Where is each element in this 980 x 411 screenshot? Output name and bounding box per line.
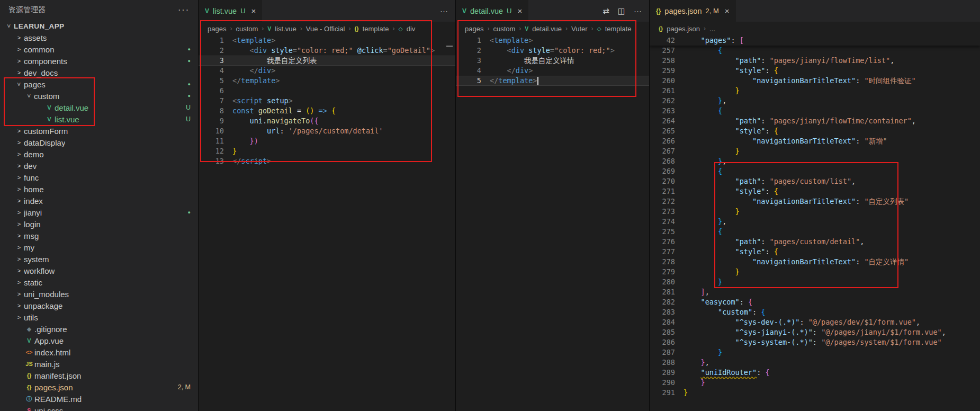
sidebar-root-learun-app[interactable]: >LEARUN_APP: [0, 20, 198, 32]
code-line[interactable]: 13</script>: [199, 156, 455, 166]
breadcrumb-item[interactable]: detail.vue: [532, 25, 562, 33]
code-line[interactable]: 258 "path": "pages/jianyi/flowTime/list"…: [650, 56, 980, 66]
code-line[interactable]: 7<script setup>: [199, 96, 455, 106]
code-editor[interactable]: 42 "pages": [257 {258 "path": "pages/jia…: [650, 35, 980, 411]
sidebar-item-home[interactable]: >home: [0, 183, 198, 195]
code-line[interactable]: 262 },: [650, 96, 980, 106]
sidebar-item-utils[interactable]: >utils: [0, 311, 198, 323]
code-line[interactable]: 9 uni.navigateTo({: [199, 116, 455, 126]
code-line[interactable]: 269 {: [650, 166, 980, 176]
code-line[interactable]: 12}: [199, 146, 455, 156]
sidebar-item-components[interactable]: >components●: [0, 55, 198, 67]
split-editor-icon[interactable]: ◫: [618, 6, 625, 16]
code-editor[interactable]: 1<template>2 <div style="color: red;">3 …: [456, 35, 649, 411]
code-editor[interactable]: 1<template>2 <div style="color: red;" @c…: [199, 35, 455, 411]
sidebar-item-index.html[interactable]: <>index.html: [0, 346, 198, 358]
sidebar-item-my[interactable]: >my: [0, 242, 198, 253]
code-line[interactable]: 290 }: [650, 378, 980, 388]
sidebar-item-readme.md[interactable]: ⓘREADME.md: [0, 393, 198, 405]
code-line[interactable]: 11 }): [199, 136, 455, 146]
breadcrumb-item[interactable]: Vue - Official: [306, 25, 345, 33]
breadcrumb-item[interactable]: list.vue: [275, 25, 296, 33]
breadcrumb-item[interactable]: ...: [709, 25, 715, 33]
sidebar-item-app.vue[interactable]: VApp.vue: [0, 335, 198, 346]
code-line[interactable]: 275 {: [650, 227, 980, 237]
sidebar-item-dev[interactable]: >dev: [0, 160, 198, 172]
code-line[interactable]: 10 url: '/pages/custom/detail': [199, 126, 455, 136]
sidebar-item-msg[interactable]: >msg: [0, 230, 198, 242]
sidebar-item-main.js[interactable]: JSmain.js: [0, 358, 198, 370]
sidebar-item-uni-modules[interactable]: >uni_modules: [0, 288, 198, 300]
code-line[interactable]: 3 我是自定义详情: [456, 56, 649, 66]
sidebar-item-list.vue[interactable]: Vlist.vueU: [0, 113, 198, 125]
code-line[interactable]: 263 {: [650, 106, 980, 116]
code-line[interactable]: 291}: [650, 388, 980, 398]
code-line[interactable]: 286 "^sys-system-(.*)": "@/pages/system/…: [650, 337, 980, 347]
sidebar-item-login[interactable]: >login: [0, 218, 198, 230]
code-line[interactable]: 289 "uniIdRouter": {: [650, 368, 980, 378]
code-line[interactable]: 284 "^sys-dev-(.*)": "@/pages/dev/$1/for…: [650, 317, 980, 327]
code-line[interactable]: 283 "custom": {: [650, 307, 980, 317]
code-line[interactable]: 274 },: [650, 217, 980, 227]
sidebar-item-jianyi[interactable]: >jianyi●: [0, 207, 198, 218]
breadcrumb-item[interactable]: pages: [465, 25, 483, 33]
code-line[interactable]: 4 </div>: [199, 66, 455, 76]
code-line[interactable]: 285 "^sys-jianyi-(.*)": "@/pages/jianyi/…: [650, 327, 980, 337]
code-line[interactable]: 266 "navigationBarTitleText": "新增": [650, 136, 980, 146]
code-line[interactable]: 265 "style": {: [650, 126, 980, 136]
more-actions-icon[interactable]: ···: [440, 6, 448, 15]
code-line[interactable]: 260 "navigationBarTitleText": "时间组件验证": [650, 76, 980, 86]
sidebar-item-func[interactable]: >func: [0, 172, 198, 183]
more-actions-icon[interactable]: ···: [178, 5, 190, 15]
breadcrumb-item[interactable]: custom: [493, 25, 515, 33]
code-line[interactable]: 6: [199, 86, 455, 96]
code-line[interactable]: 1<template>: [456, 35, 649, 46]
code-line[interactable]: 257 {: [650, 46, 980, 56]
code-line[interactable]: 261 }: [650, 86, 980, 96]
sidebar-item-customform[interactable]: >customForm: [0, 125, 198, 137]
code-line[interactable]: 5</template>: [199, 76, 455, 86]
code-line[interactable]: 268 },: [650, 156, 980, 166]
tab-pages-json[interactable]: {}pages.json2, M×: [650, 0, 736, 22]
code-line[interactable]: 287 }: [650, 347, 980, 358]
code-line[interactable]: 278 "navigationBarTitleText": "自定义详情": [650, 257, 980, 267]
breadcrumb-item[interactable]: custom: [236, 25, 258, 33]
code-line[interactable]: 267 }: [650, 146, 980, 156]
sidebar-item-unpackage[interactable]: >unpackage: [0, 300, 198, 311]
code-line[interactable]: 281 ],: [650, 287, 980, 297]
sidebar-item-demo[interactable]: >demo: [0, 148, 198, 160]
more-actions-icon[interactable]: ···: [634, 6, 642, 15]
sidebar-item-index[interactable]: >index: [0, 195, 198, 207]
code-line[interactable]: 273 }: [650, 207, 980, 217]
code-line[interactable]: 288 },: [650, 358, 980, 368]
sidebar-item-detail.vue[interactable]: Vdetail.vueU: [0, 102, 198, 113]
code-line[interactable]: 276 "path": "pages/custom/detail",: [650, 237, 980, 247]
sidebar-item-pages[interactable]: >pages●: [0, 78, 198, 90]
code-line[interactable]: 4 </div>: [456, 66, 649, 76]
tab-list-vue[interactable]: Vlist.vueU×: [199, 0, 263, 22]
code-line[interactable]: 1<template>: [199, 35, 455, 46]
breadcrumb-item[interactable]: div: [407, 25, 416, 33]
code-line[interactable]: 2 <div style="color: red;" @click="goDet…: [199, 46, 455, 56]
sidebar-item-datadisplay[interactable]: >dataDisplay: [0, 137, 198, 148]
sidebar-item-system[interactable]: >system: [0, 253, 198, 265]
sidebar-item-.gitignore[interactable]: ◆.gitignore: [0, 323, 198, 335]
tab-detail-vue[interactable]: Vdetail.vueU×: [456, 0, 529, 22]
sidebar-item-dev-docs[interactable]: >dev_docs: [0, 67, 198, 78]
sidebar-item-common[interactable]: >common●: [0, 43, 198, 55]
sidebar-item-custom[interactable]: >custom●: [0, 90, 198, 102]
code-line[interactable]: 272 "navigationBarTitleText": "自定义列表": [650, 196, 980, 207]
breadcrumb-item[interactable]: template: [605, 25, 632, 33]
breadcrumb[interactable]: pages›custom›Vlist.vue›Vue - Official›{}…: [199, 22, 455, 35]
open-changes-icon[interactable]: ⇄: [603, 6, 609, 16]
close-icon[interactable]: ×: [725, 6, 730, 15]
sidebar-item-static[interactable]: >static: [0, 276, 198, 288]
code-line[interactable]: 277 "style": {: [650, 247, 980, 257]
breadcrumb-item[interactable]: Vuter: [571, 25, 588, 33]
code-line[interactable]: 42 "pages": [: [650, 35, 980, 46]
breadcrumb-item[interactable]: template: [363, 25, 389, 33]
breadcrumb[interactable]: {}pages.json›...: [650, 22, 980, 35]
code-line[interactable]: 3 我是自定义列表: [199, 56, 455, 66]
code-line[interactable]: 5</template>: [456, 76, 649, 86]
code-line[interactable]: 282 "easycom": {: [650, 297, 980, 307]
